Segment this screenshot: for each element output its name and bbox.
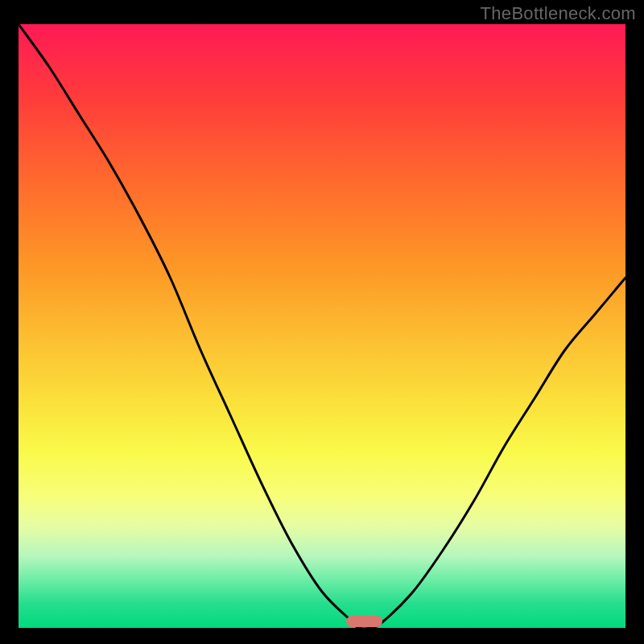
chart-frame: TheBottleneck.com <box>0 0 644 644</box>
plot-area <box>19 24 625 628</box>
watermark-text: TheBottleneck.com <box>481 3 636 24</box>
optimal-marker <box>346 616 382 627</box>
bottleneck-curve <box>19 24 625 628</box>
